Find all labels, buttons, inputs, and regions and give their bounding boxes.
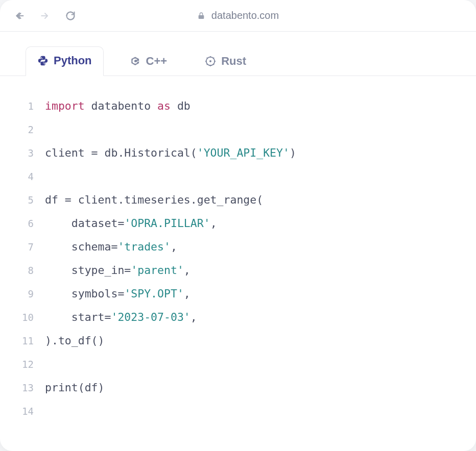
line-number: 11: [15, 329, 34, 353]
line-content: client = db.Historical('YOUR_API_KEY'): [45, 141, 296, 165]
line-number: 1: [15, 94, 34, 118]
back-button[interactable]: [14, 11, 25, 21]
code-line: 9 symbols='SPY.OPT',: [15, 282, 461, 306]
code-line: 14: [15, 399, 461, 423]
line-number: 7: [15, 235, 34, 259]
python-icon: [37, 55, 49, 66]
line-content: print(df): [45, 376, 105, 399]
nav-buttons: [14, 11, 76, 21]
code-line: 13print(df): [15, 376, 461, 399]
line-content: import databento as db: [45, 94, 191, 118]
forward-button[interactable]: [40, 11, 50, 21]
line-content: dataset='OPRA.PILLAR',: [45, 212, 217, 235]
line-number: 9: [15, 282, 34, 306]
code-line: 12: [15, 353, 461, 376]
line-content: schema='trades',: [45, 235, 177, 259]
line-number: 3: [15, 141, 34, 165]
browser-toolbar: databento.com: [0, 0, 476, 32]
line-number: 8: [15, 259, 34, 282]
code-line: 8 stype_in='parent',: [15, 259, 461, 282]
tab-label: C++: [146, 55, 168, 68]
code-line: 10 start='2023-07-03',: [15, 306, 461, 329]
line-content: symbols='SPY.OPT',: [45, 282, 191, 306]
line-content: stype_in='parent',: [45, 259, 191, 282]
code-line: 2: [15, 118, 461, 141]
code-line: 7 schema='trades',: [15, 235, 461, 259]
language-tabs: Python C++ Rust: [0, 32, 476, 76]
code-line: 11).to_df(): [15, 329, 461, 353]
line-number: 12: [15, 353, 34, 376]
tab-label: Python: [54, 54, 92, 67]
line-number: 4: [15, 165, 34, 188]
tab-rust[interactable]: Rust: [193, 47, 258, 76]
code-line: 3client = db.Historical('YOUR_API_KEY'): [15, 141, 461, 165]
tab-label: Rust: [221, 55, 246, 68]
line-number: 5: [15, 188, 34, 212]
line-content: df = client.timeseries.get_range(: [45, 188, 263, 212]
tab-cpp[interactable]: C++: [118, 47, 179, 76]
line-number: 14: [15, 399, 34, 423]
reload-button[interactable]: [65, 11, 76, 21]
rust-icon: [205, 56, 216, 67]
line-number: 10: [15, 306, 34, 329]
browser-window: databento.com Python C++ Rust 1import da…: [0, 0, 476, 451]
line-number: 2: [15, 118, 34, 141]
lock-icon: [197, 12, 205, 20]
code-line: 6 dataset='OPRA.PILLAR',: [15, 212, 461, 235]
address-bar[interactable]: databento.com: [88, 10, 388, 21]
tab-python[interactable]: Python: [26, 46, 104, 76]
svg-point-4: [209, 60, 211, 62]
code-editor[interactable]: 1import databento as db23client = db.His…: [0, 76, 476, 451]
url-text: databento.com: [211, 10, 279, 21]
code-line: 5df = client.timeseries.get_range(: [15, 188, 461, 212]
line-number: 13: [15, 376, 34, 399]
code-line: 1import databento as db: [15, 94, 461, 118]
code-line: 4: [15, 165, 461, 188]
line-number: 6: [15, 212, 34, 235]
cpp-icon: [130, 56, 141, 67]
line-content: start='2023-07-03',: [45, 306, 197, 329]
line-content: ).to_df(): [45, 329, 105, 353]
